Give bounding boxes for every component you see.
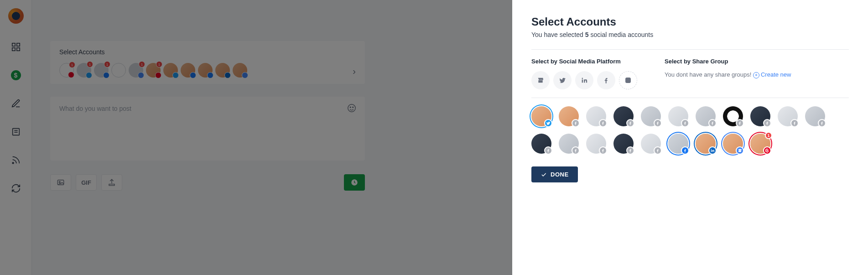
accounts-grid: 1: [531, 106, 849, 154]
account-avatar[interactable]: [559, 134, 579, 154]
account-avatar[interactable]: [805, 106, 825, 126]
fbg-network-badge: [681, 119, 689, 127]
tw-badge-icon: [172, 72, 179, 78]
fbg-network-badge: [654, 146, 662, 155]
mini-account-avatar[interactable]: 1: [77, 63, 91, 78]
mini-account-avatar[interactable]: [215, 63, 230, 78]
account-avatar[interactable]: [696, 106, 716, 126]
mini-count-badge: 1: [69, 62, 75, 68]
svg-rect-4: [12, 129, 19, 135]
mini-account-avatar[interactable]: [163, 63, 178, 78]
nav-rss-icon[interactable]: [11, 155, 21, 165]
done-button[interactable]: DONE: [531, 166, 578, 182]
selected-accounts-row[interactable]: 11111›: [50, 58, 365, 84]
attach-gif-button[interactable]: GIF: [76, 174, 97, 191]
fb-network-badge: [681, 146, 689, 155]
gmb-badge-icon: [242, 72, 248, 78]
tw-badge-icon: [86, 72, 92, 78]
li-network-badge: [708, 146, 717, 155]
account-avatar[interactable]: 1: [750, 134, 770, 154]
fbg-network-badge: [818, 119, 826, 127]
account-avatar[interactable]: [559, 106, 579, 126]
account-avatar[interactable]: [531, 106, 551, 126]
account-avatar[interactable]: [613, 134, 634, 154]
account-avatar[interactable]: [531, 134, 551, 154]
platform-filter-li[interactable]: [575, 71, 593, 89]
platform-filter-tw[interactable]: [553, 71, 572, 89]
account-avatar[interactable]: [778, 106, 798, 126]
nav-dashboard-icon[interactable]: [11, 42, 21, 52]
fbg-network-badge: [572, 146, 580, 155]
mini-account-avatar[interactable]: 1: [94, 63, 109, 78]
pin-badge-icon: [155, 72, 161, 78]
account-avatar[interactable]: [723, 106, 743, 126]
svg-point-16: [627, 79, 629, 82]
mini-count-badge: 1: [104, 61, 110, 67]
mini-account-avatar[interactable]: 1: [146, 63, 161, 78]
nav-refresh-icon[interactable]: [11, 183, 21, 193]
app-logo: [8, 8, 24, 24]
mini-count-badge: 1: [139, 61, 145, 67]
fbg-network-badge: [599, 146, 607, 155]
account-avatar[interactable]: [668, 134, 688, 154]
platform-filter: Select by Social Media Platform: [531, 58, 637, 89]
mini-account-avatar[interactable]: [111, 63, 126, 78]
composer-placeholder: What do you want to post: [59, 105, 356, 112]
emoji-picker-icon[interactable]: [347, 103, 357, 113]
account-avatar[interactable]: [641, 106, 661, 126]
left-nav: $: [0, 0, 32, 275]
mini-account-avatar[interactable]: [233, 63, 247, 78]
account-avatar[interactable]: [696, 134, 716, 154]
svg-rect-0: [12, 43, 15, 46]
svg-point-10: [353, 107, 353, 108]
fb-badge-icon: [103, 72, 109, 78]
svg-point-12: [59, 182, 60, 183]
select-accounts-drawer: Select Accounts You have selected 5 soci…: [512, 0, 868, 275]
fbg-network-badge: [626, 146, 634, 155]
account-avatar[interactable]: [641, 134, 661, 154]
platform-filter-gmb[interactable]: [531, 71, 550, 89]
account-avatar[interactable]: [668, 106, 688, 126]
svg-point-9: [350, 107, 351, 108]
composer-toolbar: GIF: [50, 174, 365, 191]
account-avatar[interactable]: [723, 134, 743, 154]
share-group-label: Select by Share Group: [665, 58, 791, 65]
gmb-badge-icon: [138, 72, 144, 78]
platform-filter-ig[interactable]: [619, 71, 637, 89]
tw-network-badge: [544, 119, 552, 127]
attach-file-button[interactable]: [101, 174, 122, 191]
pin-network-badge: [763, 146, 771, 155]
mini-count-badge: 1: [87, 61, 93, 67]
expand-accounts-chevron[interactable]: ›: [353, 66, 356, 77]
account-avatar[interactable]: [750, 106, 770, 126]
mini-account-avatar[interactable]: 1: [59, 63, 74, 78]
attach-image-button[interactable]: [50, 174, 71, 191]
drawer-title: Select Accounts: [531, 16, 849, 28]
select-accounts-label: Select Accounts: [50, 41, 365, 58]
create-group-link[interactable]: Create new: [761, 71, 791, 78]
fbg-network-badge: [736, 119, 744, 127]
mini-account-avatar[interactable]: [181, 63, 195, 78]
mini-account-avatar[interactable]: [198, 63, 213, 78]
fb-badge-icon: [207, 72, 213, 78]
account-count-badge: 1: [765, 132, 772, 139]
account-avatar[interactable]: [613, 106, 634, 126]
share-group-filter: Select by Share Group You dont have any …: [665, 58, 791, 89]
nav-compose-icon[interactable]: [11, 99, 21, 109]
svg-rect-13: [109, 184, 114, 186]
li-badge-icon: [224, 72, 231, 78]
gmb-network-badge: [736, 146, 744, 155]
schedule-send-button[interactable]: [344, 174, 365, 191]
nav-monetize-icon[interactable]: $: [11, 70, 21, 80]
platform-filter-label: Select by Social Media Platform: [531, 58, 637, 65]
fbg-network-badge: [790, 119, 799, 127]
create-group-plus-icon: +: [753, 72, 759, 78]
mini-count-badge: 1: [156, 61, 162, 67]
account-avatar[interactable]: [586, 134, 606, 154]
nav-content-icon[interactable]: [11, 127, 21, 137]
mini-account-avatar[interactable]: 1: [129, 63, 143, 78]
fbg-network-badge: [708, 119, 717, 127]
platform-filter-fb[interactable]: [597, 71, 615, 89]
account-avatar[interactable]: [586, 106, 606, 126]
composer-textarea[interactable]: What do you want to post: [50, 97, 365, 161]
